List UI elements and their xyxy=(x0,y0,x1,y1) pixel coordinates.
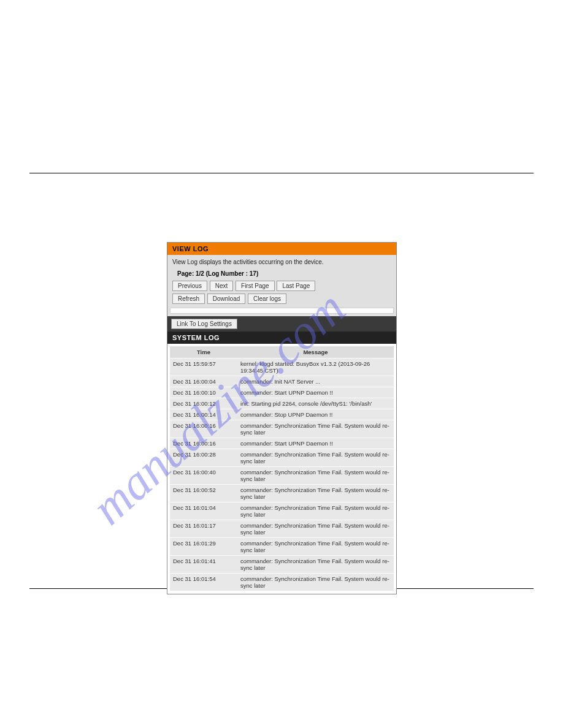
log-time: Dec 31 16:01:17 xyxy=(170,520,237,538)
col-message: Message xyxy=(237,346,394,358)
log-time: Dec 31 16:00:14 xyxy=(170,409,237,420)
previous-button[interactable]: Previous xyxy=(172,281,207,291)
log-time: Dec 31 16:00:52 xyxy=(170,485,237,502)
log-time: Dec 31 16:00:40 xyxy=(170,467,237,485)
table-row: Dec 31 16:01:29commander: Synchronizatio… xyxy=(170,538,394,556)
log-time: Dec 31 16:00:10 xyxy=(170,387,237,398)
log-message: commander: Synchronization Time Fail. Sy… xyxy=(237,556,394,574)
log-panel: VIEW LOG View Log displays the activitie… xyxy=(167,242,397,594)
log-message: commander: Start UPNP Daemon !! xyxy=(237,438,394,449)
log-time: Dec 31 16:00:04 xyxy=(170,376,237,387)
refresh-button[interactable]: Refresh xyxy=(172,294,205,304)
log-message: commander: Synchronization Time Fail. Sy… xyxy=(237,485,394,502)
log-message: init: Starting pid 2264, console /dev/tt… xyxy=(237,398,394,409)
log-time: Dec 31 16:01:04 xyxy=(170,502,237,520)
log-message: commander: Stop UPNP Daemon !! xyxy=(237,409,394,420)
table-row: Dec 31 16:00:12init: Starting pid 2264, … xyxy=(170,398,394,409)
table-row: Dec 31 16:01:04commander: Synchronizatio… xyxy=(170,502,394,520)
divider-top xyxy=(29,173,534,173)
log-time: Dec 31 16:01:29 xyxy=(170,538,237,556)
spacer xyxy=(170,308,394,314)
table-row: Dec 31 16:00:16commander: Synchronizatio… xyxy=(170,420,394,438)
log-time: Dec 31 16:00:16 xyxy=(170,438,237,449)
log-message: kernel: klogd started: BusyBox v1.3.2 (2… xyxy=(237,358,394,376)
viewlog-header: VIEW LOG xyxy=(167,243,396,255)
log-message: commander: Synchronization Time Fail. Sy… xyxy=(237,502,394,520)
table-row: Dec 31 16:01:54commander: Synchronizatio… xyxy=(170,574,394,591)
clear-logs-button[interactable]: Clear logs xyxy=(248,294,286,304)
table-row: Dec 31 16:00:28commander: Synchronizatio… xyxy=(170,449,394,467)
log-time: Dec 31 16:01:41 xyxy=(170,556,237,574)
table-row: Dec 31 15:59:57kernel: klogd started: Bu… xyxy=(170,358,394,376)
log-message: commander: Synchronization Time Fail. Sy… xyxy=(237,449,394,467)
log-message: commander: Start UPNP Daemon !! xyxy=(237,387,394,398)
table-row: Dec 31 16:00:14commander: Stop UPNP Daem… xyxy=(170,409,394,420)
log-message: commander: Synchronization Time Fail. Sy… xyxy=(237,574,394,591)
system-log-table: Time Message Dec 31 15:59:57kernel: klog… xyxy=(170,346,394,591)
download-button[interactable]: Download xyxy=(207,294,245,304)
link-bar: Link To Log Settings xyxy=(167,316,396,332)
log-time: Dec 31 16:00:16 xyxy=(170,420,237,438)
first-page-button[interactable]: First Page xyxy=(236,281,275,291)
table-row: Dec 31 16:00:10commander: Start UPNP Dae… xyxy=(170,387,394,398)
log-time: Dec 31 16:00:12 xyxy=(170,398,237,409)
viewlog-description: View Log displays the activities occurri… xyxy=(172,259,391,265)
system-log-header: SYSTEM LOG xyxy=(167,332,396,344)
last-page-button[interactable]: Last Page xyxy=(277,281,315,291)
log-time: Dec 31 15:59:57 xyxy=(170,358,237,376)
log-time: Dec 31 16:00:28 xyxy=(170,449,237,467)
next-button[interactable]: Next xyxy=(210,281,234,291)
table-row: Dec 31 16:01:41commander: Synchronizatio… xyxy=(170,556,394,574)
table-row: Dec 31 16:00:52commander: Synchronizatio… xyxy=(170,485,394,502)
log-message: commander: Init NAT Server ... xyxy=(237,376,394,387)
log-time: Dec 31 16:01:54 xyxy=(170,574,237,591)
table-row: Dec 31 16:00:04commander: Init NAT Serve… xyxy=(170,376,394,387)
page-info: Page: 1/2 (Log Number : 17) xyxy=(172,269,391,281)
table-row: Dec 31 16:01:17commander: Synchronizatio… xyxy=(170,520,394,538)
log-message: commander: Synchronization Time Fail. Sy… xyxy=(237,520,394,538)
link-to-log-settings-button[interactable]: Link To Log Settings xyxy=(171,319,237,329)
log-message: commander: Synchronization Time Fail. Sy… xyxy=(237,538,394,556)
col-time: Time xyxy=(170,346,237,358)
log-message: commander: Synchronization Time Fail. Sy… xyxy=(237,420,394,438)
log-message: commander: Synchronization Time Fail. Sy… xyxy=(237,467,394,485)
viewlog-controls: View Log displays the activities occurri… xyxy=(167,255,396,316)
table-row: Dec 31 16:00:16commander: Start UPNP Dae… xyxy=(170,438,394,449)
table-row: Dec 31 16:00:40commander: Synchronizatio… xyxy=(170,467,394,485)
